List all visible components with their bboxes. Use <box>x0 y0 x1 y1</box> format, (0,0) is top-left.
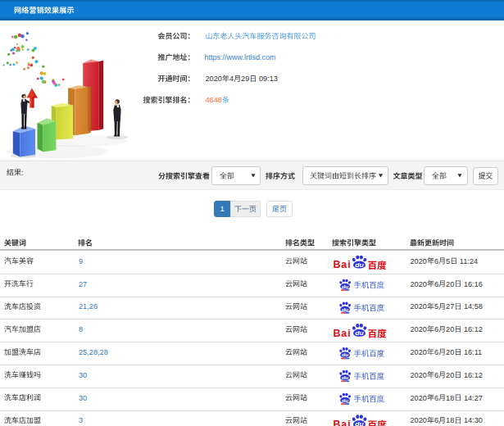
svg-text:du: du <box>342 374 348 379</box>
svg-text:Bai: Bai <box>334 259 352 270</box>
svg-text:2020: 2020 <box>411 348 427 356</box>
svg-text:2020: 2020 <box>411 371 427 379</box>
svg-text:27: 27 <box>446 302 454 310</box>
svg-text:du: du <box>355 421 364 426</box>
svg-text:20: 20 <box>446 371 454 379</box>
svg-text:6: 6 <box>434 371 438 379</box>
svg-text:14:27: 14:27 <box>464 394 483 402</box>
svg-text:https://www.lrtlsd.com: https://www.lrtlsd.com <box>205 53 276 61</box>
svg-text:30: 30 <box>79 371 87 379</box>
svg-text:16:12: 16:12 <box>464 325 483 333</box>
svg-text:20: 20 <box>446 325 454 333</box>
svg-text:4: 4 <box>229 75 234 83</box>
svg-text:8: 8 <box>79 325 83 333</box>
svg-text:6: 6 <box>434 257 438 265</box>
svg-text:16:11: 16:11 <box>464 348 482 356</box>
svg-text:Bai: Bai <box>334 328 352 339</box>
svg-text:2020: 2020 <box>411 416 427 424</box>
svg-text:09:13: 09:13 <box>259 75 278 83</box>
svg-text:du: du <box>342 397 348 402</box>
svg-text:20: 20 <box>446 348 454 356</box>
svg-text:16:16: 16:16 <box>464 280 483 288</box>
svg-text:25,28,28: 25,28,28 <box>79 348 108 356</box>
svg-text:14:58: 14:58 <box>464 302 483 310</box>
svg-text:5: 5 <box>434 302 438 310</box>
svg-text:18: 18 <box>446 394 454 402</box>
svg-text::: : <box>21 169 24 177</box>
svg-text:20: 20 <box>446 280 454 288</box>
svg-text:29: 29 <box>241 75 249 83</box>
svg-text:2020: 2020 <box>411 325 427 333</box>
svg-text:30: 30 <box>79 394 87 402</box>
svg-text:4648: 4648 <box>206 96 222 104</box>
svg-text:11:24: 11:24 <box>460 257 478 265</box>
svg-text:2020: 2020 <box>411 257 427 265</box>
svg-text:3: 3 <box>79 416 83 424</box>
svg-text:6: 6 <box>434 416 438 424</box>
svg-text:2020: 2020 <box>411 302 427 310</box>
svg-text:14:30: 14:30 <box>464 416 483 424</box>
svg-text:9: 9 <box>79 257 83 265</box>
svg-text:21,26: 21,26 <box>79 302 98 310</box>
svg-text:16:12: 16:12 <box>464 371 483 379</box>
svg-text:6: 6 <box>434 394 438 402</box>
svg-text:du: du <box>342 283 348 288</box>
svg-text:27: 27 <box>79 280 87 288</box>
svg-text:6: 6 <box>434 325 438 333</box>
svg-text:Bai: Bai <box>334 419 352 426</box>
svg-text:2020: 2020 <box>411 280 427 288</box>
svg-text:du: du <box>355 261 364 268</box>
svg-text:du: du <box>342 352 348 357</box>
svg-text:du: du <box>355 330 364 337</box>
svg-text:18: 18 <box>446 416 454 424</box>
svg-text:1: 1 <box>220 204 224 213</box>
svg-text:2020: 2020 <box>206 75 222 83</box>
svg-text:du: du <box>342 306 348 311</box>
svg-text:6: 6 <box>434 280 438 288</box>
svg-text:5: 5 <box>446 257 450 265</box>
svg-text:6: 6 <box>434 348 438 356</box>
svg-text:2020: 2020 <box>411 394 427 402</box>
